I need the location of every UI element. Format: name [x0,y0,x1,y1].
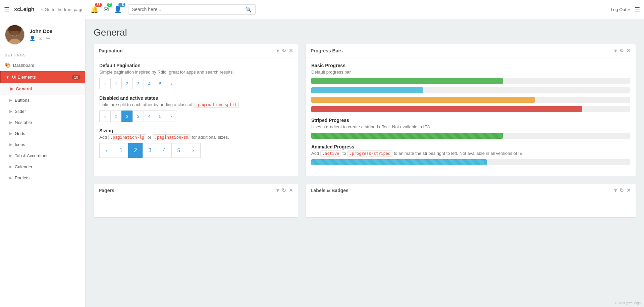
striped-bar-wrap [311,133,630,139]
slider-label: Slider [15,109,26,114]
pagination-split-code: .pagination-split [194,102,239,108]
sidebar-item-tab-accordions[interactable]: ▶ Tab & Accordions [0,150,85,161]
pagination-lg-page-2-active[interactable]: 2 [128,143,143,158]
close-icon[interactable]: ✕ [289,48,293,54]
pagination-prev[interactable]: ‹ [99,78,110,89]
pagination-next[interactable]: › [166,78,177,89]
refresh-icon[interactable]: ↻ [282,187,286,193]
ui-elements-badge: 10 [72,75,80,80]
labels-widget-header: Labels & Badges ▾ ↻ ✕ [306,184,636,197]
pagination-page-1-normal[interactable]: 1 [110,111,121,122]
chevron-right-icon: ▶ [9,131,12,136]
collapse-icon[interactable]: ▾ [614,48,617,54]
pagination-lg-code: .pagination-lg [108,134,146,140]
pagination-lg-page-3[interactable]: 3 [143,143,157,158]
sidebar-item-icons[interactable]: ▶ Icons [0,139,85,150]
search-icon[interactable]: 🔍 [245,6,252,13]
pagination-widget-body: Default Pagination Simple pagination ins… [94,57,298,169]
top-right-menu-icon[interactable]: ☰ [635,6,640,13]
sidebar-item-dashboard[interactable]: 🎨 Dashboard [0,59,85,71]
animated-track [311,159,630,165]
striped-progress-desc: Uses a gradient to create a striped effe… [311,124,630,129]
close-icon[interactable]: ✕ [289,187,293,193]
logout-button[interactable]: Log Out [611,7,630,12]
sidebar-item-calender[interactable]: ▶ Calender [0,161,85,172]
front-page-link[interactable]: Go to the front page [41,7,83,12]
labels-widget-body [306,197,636,217]
chevron-right-icon: ▶ [9,154,12,158]
animated-bar-wrap [311,159,630,165]
pagers-widget-actions: ▾ ↻ ✕ [276,187,293,193]
top-widgets-row: Pagination ▾ ↻ ✕ Default Pagination Simp… [94,44,636,176]
user-action-icons: 👤 ✉ ↪ [30,36,52,41]
grids-label: Grids [15,131,25,136]
sizing-pagination-section: Sizing Add .pagination-lg or .pagination… [99,128,292,158]
sidebar-item-general[interactable]: ▶ General [0,83,85,95]
pagination-lg-page-1[interactable]: 1 [114,143,128,158]
pagination-prev-disabled[interactable]: ‹ [99,111,110,122]
pagination-lg-page-5[interactable]: 5 [171,143,186,158]
sidebar-item-nestable[interactable]: ▶ Nestable [0,117,85,128]
progress-fill-blue [311,87,423,93]
pagination-widget-title: Pagination [99,48,123,53]
chevron-right-icon: ▶ [9,120,12,125]
user-panel: John Doe 👤 ✉ ↪ [0,19,85,48]
pagers-widget-body [94,197,298,217]
collapse-icon[interactable]: ▾ [276,48,279,54]
pagination-page-5[interactable]: 5 [155,78,166,89]
default-pagination-title: Default Pagination [99,63,292,68]
search-input[interactable] [132,7,245,12]
pagination-page-3[interactable]: 3 [132,78,144,89]
sidebar-item-ui-elements[interactable]: ▼ UI Elements 10 [0,71,85,83]
pagination-page-3[interactable]: 3 [132,111,144,122]
chevron-right-icon: ▶ [9,165,12,169]
user-mail-icon[interactable]: ✉ [39,36,43,41]
pagination-page-2-active[interactable]: 2 [121,111,132,122]
pagination-lg-page-4[interactable]: 4 [157,143,171,158]
pagination-next[interactable]: › [166,111,177,122]
collapse-icon[interactable]: ▾ [276,187,279,193]
close-icon[interactable]: ✕ [627,187,631,193]
pagination-page-2[interactable]: 2 [121,78,132,89]
disabled-pagination-title: Disabled and active states [99,95,292,101]
basic-progress-section: Basic Progress Default progress bar [311,63,630,112]
labels-badges-widget: Labels & Badges ▾ ↻ ✕ [306,184,636,218]
labels-widget-actions: ▾ ↻ ✕ [614,187,631,193]
pagination-lg-prev[interactable]: ‹ [99,143,114,158]
progress-bar-red-wrap [311,106,630,112]
close-icon[interactable]: ✕ [627,48,631,54]
refresh-icon[interactable]: ↻ [620,48,624,54]
striped-fill [311,133,503,139]
dashboard-label: Dashboard [13,63,35,68]
settings-label: SETTINGS [0,48,85,59]
refresh-icon[interactable]: ↻ [282,48,286,54]
sidebar-item-slider[interactable]: ▶ Slider [0,106,85,117]
sidebar-item-buttons[interactable]: ▶ Buttons [0,95,85,106]
pagination-page-4[interactable]: 4 [144,78,155,89]
sidebar-item-grids[interactable]: ▶ Grids [0,128,85,139]
user-signout-icon[interactable]: ↪ [46,36,50,41]
mail-icon-wrap[interactable]: ✉ 7 [103,5,109,13]
pagination-page-4[interactable]: 4 [144,111,155,122]
ui-elements-label: UI Elements [12,75,36,80]
pagination-lg-next[interactable]: › [186,143,200,158]
pagination-page-1[interactable]: 1 [110,78,121,89]
collapse-icon[interactable]: ▾ [614,187,617,193]
basic-progress-desc: Default progress bar [311,70,630,75]
users-icon-wrap[interactable]: 👤 +5 [114,5,122,13]
progress-fill-red [311,106,582,112]
animated-progress-title: Animated Progress [311,144,630,149]
pagination-page-5[interactable]: 5 [155,111,166,122]
progress-fill-green [311,78,503,84]
pagination-sm-code: .pagination-sm [153,134,191,140]
chevron-right-icon: ▶ [9,109,12,114]
refresh-icon[interactable]: ↻ [620,187,624,193]
user-profile-icon[interactable]: 👤 [30,36,35,41]
sizing-desc: Add .pagination-lg or .pagination-sm for… [99,135,292,140]
notifications-icon-wrap[interactable]: 🔔 33 [90,5,99,13]
top-nav: ☰ xcLeigh Go to the front page 🔔 33 ✉ 7 … [0,0,644,19]
icons-label: Icons [15,142,25,147]
hamburger-icon[interactable]: ☰ [4,6,9,13]
striped-progress-section: Striped Progress Uses a gradient to crea… [311,118,630,139]
sidebar-item-portlets[interactable]: ▶ Portlets [0,172,85,183]
